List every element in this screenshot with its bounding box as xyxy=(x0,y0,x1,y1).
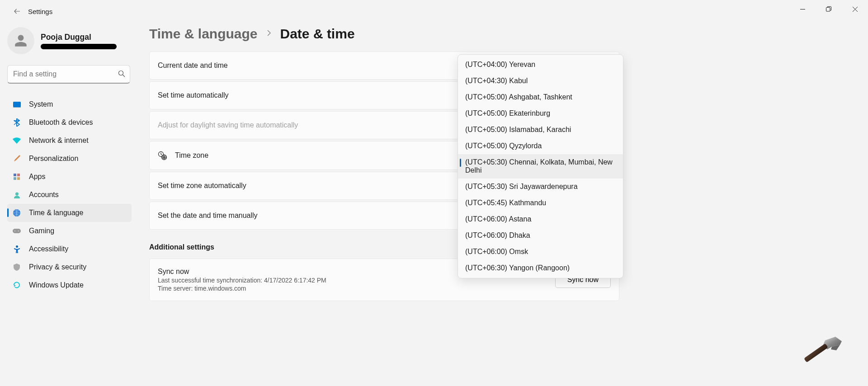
shield-icon xyxy=(13,263,21,271)
minimize-button[interactable] xyxy=(789,0,816,18)
apps-icon xyxy=(13,173,21,181)
timezone-dropdown: (UTC+04:00) Yerevan (UTC+04:30) Kabul (U… xyxy=(458,54,623,278)
accessibility-icon xyxy=(13,245,21,253)
svg-rect-2 xyxy=(13,102,21,107)
timezone-option[interactable]: (UTC+05:00) Qyzylorda xyxy=(458,138,623,154)
search-wrap xyxy=(7,65,130,84)
maximize-button[interactable] xyxy=(816,0,842,18)
nav-label: Apps xyxy=(29,173,45,181)
card-label: Adjust for daylight saving time automati… xyxy=(158,121,298,129)
nav-item-update[interactable]: Windows Update xyxy=(7,276,132,294)
nav-item-time-language[interactable]: Time & language xyxy=(7,204,132,222)
nav-label: Personalization xyxy=(29,155,78,163)
gamepad-icon xyxy=(13,227,21,235)
timezone-option[interactable]: (UTC+06:00) Astana xyxy=(458,211,623,227)
nav-item-accounts[interactable]: Accounts xyxy=(7,186,132,204)
sync-last: Last successful time synchronization: 4/… xyxy=(158,277,326,284)
svg-rect-4 xyxy=(14,174,16,176)
window-title: Settings xyxy=(28,8,52,15)
timezone-option[interactable]: (UTC+05:00) Ashgabat, Tashkent xyxy=(458,89,623,105)
card-label: Set the date and time manually xyxy=(158,212,258,220)
svg-point-8 xyxy=(15,192,19,195)
window-controls xyxy=(789,0,868,18)
chevron-right-icon xyxy=(267,29,271,38)
search-icon xyxy=(118,70,125,79)
person-icon xyxy=(13,191,21,199)
card-label: Set time automatically xyxy=(158,91,229,99)
breadcrumb: Time & language Date & time xyxy=(149,26,619,42)
nav-label: Privacy & security xyxy=(29,263,86,271)
timezone-option[interactable]: (UTC+04:00) Yerevan xyxy=(458,56,623,73)
timezone-icon xyxy=(158,151,167,160)
svg-point-12 xyxy=(18,231,19,231)
svg-point-1 xyxy=(119,71,123,75)
timezone-option[interactable]: (UTC+06:00) Omsk xyxy=(458,244,623,260)
timezone-option-selected[interactable]: (UTC+05:30) Chennai, Kolkata, Mumbai, Ne… xyxy=(458,154,623,179)
avatar xyxy=(7,27,34,54)
svg-rect-6 xyxy=(14,177,16,180)
svg-rect-5 xyxy=(17,174,20,176)
profile-info: Pooja Duggal xyxy=(41,33,117,49)
wifi-icon xyxy=(13,137,21,145)
profile-email-redacted xyxy=(41,44,117,49)
timezone-option[interactable]: (UTC+06:00) Dhaka xyxy=(458,227,623,244)
nav-item-apps[interactable]: Apps xyxy=(7,168,132,186)
card-label: Set time zone automatically xyxy=(158,182,246,190)
nav: System Bluetooth & devices Network & int… xyxy=(7,95,138,294)
sync-title: Sync now xyxy=(158,268,326,276)
breadcrumb-current: Date & time xyxy=(280,26,355,42)
close-button[interactable] xyxy=(842,0,868,18)
nav-label: System xyxy=(29,100,53,108)
back-button[interactable] xyxy=(9,3,25,19)
svg-rect-0 xyxy=(826,8,830,12)
breadcrumb-parent[interactable]: Time & language xyxy=(149,26,258,42)
profile-name: Pooja Duggal xyxy=(41,33,117,42)
globe-icon xyxy=(13,209,21,217)
timezone-option[interactable]: (UTC+06:30) Yangon (Rangoon) xyxy=(458,260,623,276)
sync-info: Sync now Last successful time synchroniz… xyxy=(158,268,326,292)
nav-item-network[interactable]: Network & internet xyxy=(7,132,132,150)
profile[interactable]: Pooja Duggal xyxy=(7,27,138,54)
nav-label: Windows Update xyxy=(29,281,84,289)
search-input[interactable] xyxy=(7,65,130,84)
bluetooth-icon xyxy=(13,118,21,127)
card-label: Time zone xyxy=(175,151,208,160)
svg-point-13 xyxy=(16,245,18,248)
nav-item-privacy[interactable]: Privacy & security xyxy=(7,258,132,276)
svg-point-11 xyxy=(14,231,15,231)
svg-rect-16 xyxy=(804,344,828,362)
titlebar: Settings xyxy=(0,0,868,23)
nav-label: Gaming xyxy=(29,227,54,235)
update-icon xyxy=(13,281,21,289)
nav-item-gaming[interactable]: Gaming xyxy=(7,222,132,240)
sidebar: Pooja Duggal System Bluetooth & devices … xyxy=(0,23,138,294)
nav-item-system[interactable]: System xyxy=(7,95,132,113)
nav-label: Time & language xyxy=(29,209,83,217)
nav-label: Bluetooth & devices xyxy=(29,118,93,127)
sync-server: Time server: time.windows.com xyxy=(158,285,326,292)
timezone-option[interactable]: (UTC+05:00) Islamabad, Karachi xyxy=(458,122,623,138)
timezone-option[interactable]: (UTC+04:30) Kabul xyxy=(458,73,623,89)
nav-label: Network & internet xyxy=(29,137,89,145)
timezone-option[interactable]: (UTC+05:00) Ekaterinburg xyxy=(458,105,623,122)
nav-label: Accessibility xyxy=(29,245,68,253)
nav-item-accessibility[interactable]: Accessibility xyxy=(7,240,132,258)
timezone-option[interactable]: (UTC+05:45) Kathmandu xyxy=(458,195,623,211)
nav-item-personalization[interactable]: Personalization xyxy=(7,150,132,168)
svg-rect-3 xyxy=(13,107,21,108)
timezone-option[interactable]: (UTC+05:30) Sri Jayawardenepura xyxy=(458,179,623,195)
nav-item-bluetooth[interactable]: Bluetooth & devices xyxy=(7,113,132,132)
system-icon xyxy=(13,100,21,108)
nav-label: Accounts xyxy=(29,191,59,199)
hammer-watermark-icon xyxy=(800,337,843,372)
svg-rect-10 xyxy=(13,229,21,233)
card-label: Current date and time xyxy=(158,61,228,70)
brush-icon xyxy=(13,155,21,163)
svg-rect-7 xyxy=(17,177,20,180)
